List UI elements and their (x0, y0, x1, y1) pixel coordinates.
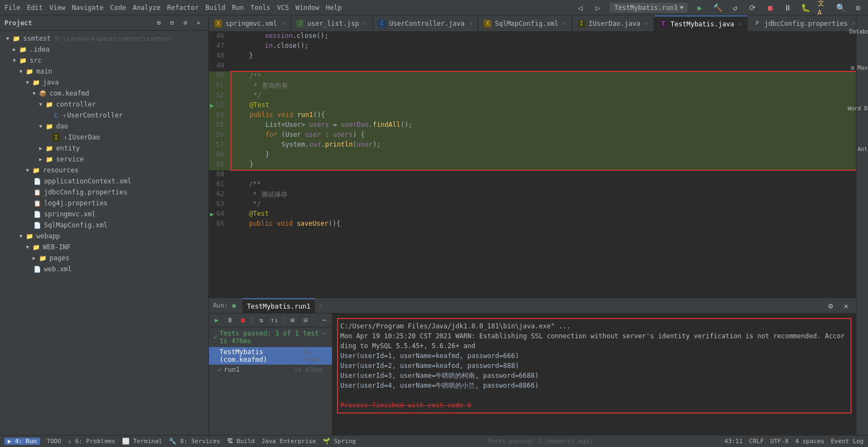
menu-navigate[interactable]: Navigate (72, 4, 104, 12)
tab-close-usercontroller[interactable]: ✕ (469, 20, 472, 26)
menu-view[interactable]: View (49, 4, 65, 12)
sidebar-collapse-icon[interactable]: ⊟ (167, 18, 178, 29)
tab-close-jdbcconfig[interactable]: ✕ (852, 20, 855, 26)
menu-vcs[interactable]: VCS (277, 4, 289, 12)
menu-edit[interactable]: Edit (27, 4, 43, 12)
code-content[interactable]: 46 session.close(); 47 in.close(); (209, 32, 856, 298)
tab-sqlmapconfig[interactable]: X SqlMapConfig.xml ✕ (478, 15, 572, 32)
tree-item-idea[interactable]: ▶ 📁 .idea (0, 44, 208, 55)
sidebar-settings-icon[interactable]: ⚙ (180, 18, 191, 29)
status-tab-problems[interactable]: ⚠ 6: Problems (68, 438, 115, 445)
build-button[interactable]: 🔨 (712, 2, 723, 13)
run-tree-root[interactable]: ✓ TestMybatis (com.keafmd) 1s 476ms (209, 347, 332, 365)
tree-item-jdbcconfig[interactable]: 📋 jdbcConfig.properties (0, 187, 208, 198)
filter-icon[interactable]: ↑↓ (269, 315, 280, 326)
right-panel-database[interactable]: Database (849, 27, 869, 36)
tree-item-usercontroller[interactable]: ▶ C ↑ UserController (0, 110, 208, 121)
run-config-selector[interactable]: TestMybatis.run1 ▼ (610, 3, 688, 13)
status-eventlog[interactable]: Event Log (831, 438, 864, 445)
debugger-button[interactable]: 🐛 (800, 2, 811, 13)
tab-usercontroller[interactable]: C UserController.java ✕ (373, 15, 478, 32)
expand-icon[interactable]: ⊞ (287, 315, 298, 326)
tree-item-service[interactable]: ▶ 📁 service (0, 154, 208, 165)
tree-item-log4j[interactable]: 📋 log4j.properties (0, 198, 208, 209)
status-tab-terminal[interactable]: ⬜ Terminal (122, 438, 163, 445)
tree-item-webapp[interactable]: ▼ 📁 webapp (0, 231, 208, 242)
settings-icon[interactable]: ⚙ (853, 2, 864, 13)
status-tab-run[interactable]: ▶ 4: Run (4, 438, 40, 445)
status-tab-javaee[interactable]: Java Enterprise (261, 438, 316, 445)
tree-item-src[interactable]: ▼ 📁 src (0, 55, 208, 66)
tree-item-root[interactable]: ▼ 📁 ssmtest D:\javaworkspace\ssmtest\ssm… (0, 33, 208, 44)
run-stop-icon[interactable]: ■ (237, 315, 248, 326)
status-position[interactable]: 43:11 (725, 438, 743, 445)
run-pause-icon[interactable]: ⏸ (224, 315, 235, 326)
tree-item-entity[interactable]: ▶ 📁 entity (0, 143, 208, 154)
status-encoding[interactable]: UTF-8 (770, 438, 788, 445)
tab-userlist[interactable]: J user_list.jsp ✕ (291, 15, 373, 32)
stop-button[interactable]: ■ (765, 2, 776, 13)
run-gutter-arrow-icon[interactable]: ▶ (210, 210, 214, 218)
tree-item-main[interactable]: ▼ 📁 main (0, 66, 208, 77)
tree-item-iuserdao[interactable]: ▶ I ↑ IUserDao (0, 132, 208, 143)
collapse-icon[interactable]: ⊟ (300, 315, 311, 326)
right-panel-ant[interactable]: Ant (849, 144, 869, 153)
status-tab-spring[interactable]: 🌱 Spring (323, 438, 356, 445)
tree-item-package[interactable]: ▼ 📦 com.keafmd (0, 88, 208, 99)
navigate-back-icon[interactable]: ◁ (574, 2, 585, 13)
menu-build[interactable]: Build (206, 4, 225, 12)
navigate-forward-icon[interactable]: ▷ (592, 2, 603, 13)
menu-refactor[interactable]: Refactor (167, 4, 199, 12)
tree-item-webxml[interactable]: 📄 web.xml (0, 264, 208, 275)
run-tab-close[interactable]: ✕ (319, 303, 323, 309)
status-indent[interactable]: 4 spaces (795, 438, 824, 445)
right-panel-wordbook[interactable]: Word Book (849, 104, 869, 113)
tab-testmybatis[interactable]: T TestMybatis.java ✕ (654, 15, 748, 32)
status-crlf[interactable]: CRLF (749, 438, 764, 445)
status-tab-services[interactable]: 🔧 8: Services (169, 438, 220, 445)
tree-item-springmvc[interactable]: 📄 springmvc.xml (0, 209, 208, 220)
sort-icon[interactable]: ⇅ (256, 315, 267, 326)
tree-item-appcontext[interactable]: 📄 applicationContext.xml (0, 176, 208, 187)
tab-jdbcconfig[interactable]: P jdbcConfig.properties ✕ (748, 15, 856, 32)
tab-close-springmvc[interactable]: ✕ (281, 20, 285, 26)
rerun-button[interactable]: ⟳ (747, 2, 758, 13)
tab-iuserdao[interactable]: I IUserDao.java ✕ (572, 15, 654, 32)
menu-run[interactable]: Run (232, 4, 244, 12)
tree-item-webinf[interactable]: ▼ 📁 WEB-INF (0, 242, 208, 253)
tab-springmvc[interactable]: X springmvc.xml ✕ (209, 15, 291, 32)
tree-item-java[interactable]: ▼ 📁 java (0, 77, 208, 88)
run-tab-testmybatis[interactable]: TestMybatis.run1 (242, 298, 315, 314)
search-everywhere-icon[interactable]: 🔍 (835, 2, 846, 13)
run-output-console[interactable]: C:/Users/Program Files/Java/jdk1.8.0_181… (333, 314, 856, 435)
rerun-tests-icon[interactable]: ▶ (211, 315, 222, 326)
right-panel-maven[interactable]: m Maven (849, 63, 869, 72)
tab-close-iuserdao[interactable]: ✕ (645, 20, 648, 26)
run-more-icon[interactable]: ⋯ (319, 315, 330, 326)
hot-reload-button[interactable]: ↺ (729, 2, 740, 13)
tree-item-sqlmapconfig[interactable]: 📄 SqlMapConfig.xml (0, 220, 208, 231)
tree-item-resources[interactable]: ▼ 📁 resources (0, 165, 208, 176)
tree-item-controller[interactable]: ▼ 📁 controller (0, 99, 208, 110)
run-tree-child-run1[interactable]: ✓ run1 1s 476ms (209, 365, 332, 375)
suspend-button[interactable]: ⏸ (782, 2, 793, 13)
status-tab-build[interactable]: 🏗 Build (227, 438, 255, 445)
run-panel-close-icon[interactable]: ✕ (841, 300, 852, 311)
tab-close-sqlmapconfig[interactable]: ✕ (563, 20, 566, 26)
tab-close-userlist[interactable]: ✕ (363, 20, 367, 26)
sidebar-close-icon[interactable]: ✕ (193, 18, 204, 29)
run-button[interactable]: ▶ (694, 2, 705, 13)
sidebar-expand-icon[interactable]: ⊞ (153, 18, 164, 29)
menu-window[interactable]: Window (295, 4, 319, 12)
menu-file[interactable]: File (4, 4, 20, 12)
menu-analyze[interactable]: Analyze (132, 4, 161, 12)
tab-close-testmybatis[interactable]: ✕ (738, 21, 742, 27)
tree-item-dao[interactable]: ▼ 📁 dao (0, 121, 208, 132)
menu-code[interactable]: Code (110, 4, 126, 12)
run-config-dropdown-icon[interactable]: ▼ (680, 4, 683, 10)
status-tab-todo[interactable]: TODO (47, 438, 62, 445)
tree-item-pages[interactable]: ▶ 📁 pages (0, 253, 208, 264)
run-gutter-icon[interactable]: ▶ (210, 102, 214, 109)
run-panel-settings-icon[interactable]: ⚙ (825, 300, 836, 311)
menu-tools[interactable]: Tools (251, 4, 270, 12)
